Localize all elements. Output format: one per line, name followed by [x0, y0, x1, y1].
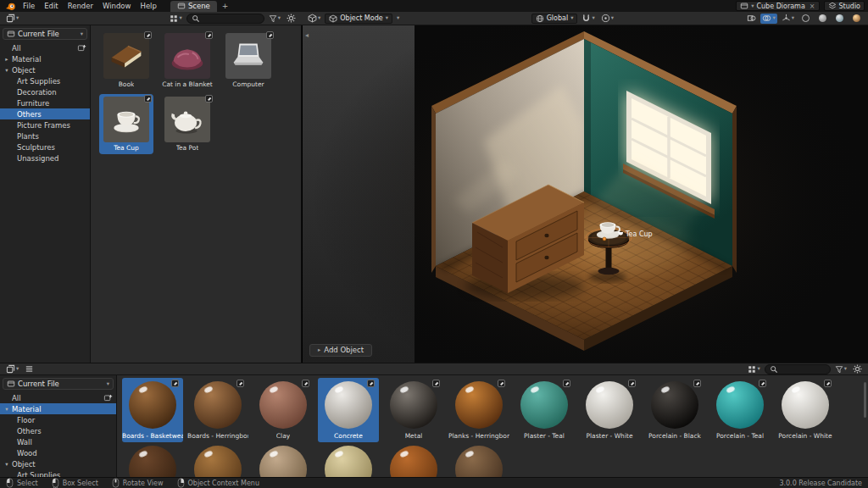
catalog-item-decoration[interactable]: Decoration [0, 86, 90, 97]
mouse-right-icon [177, 478, 185, 488]
catalog-item-material[interactable]: ▸ Material [0, 53, 90, 64]
material-asset[interactable] [318, 442, 379, 477]
settings-button[interactable] [285, 14, 298, 24]
add-object-label: Add Object [324, 346, 364, 354]
asset-tea-cup[interactable]: Tea Cup [99, 94, 153, 154]
catalog-item-art-supplies[interactable]: Art Supplies [0, 469, 116, 477]
catalog-item-unassigned[interactable]: Unassigned [0, 152, 90, 164]
catalog-item-all[interactable]: All [0, 392, 116, 403]
workspace-tab-label: Scene [188, 2, 210, 10]
add-object-panel[interactable]: ▸ Add Object [309, 344, 372, 357]
editor-type-button[interactable]: ▾ [4, 14, 20, 24]
catalog-item-wood[interactable]: Wood [0, 447, 116, 458]
chevron-down-icon: ▾ [792, 15, 794, 21]
collapse-left-icon[interactable]: ◂ [305, 31, 309, 39]
material-asset[interactable]: Boards - Basketweave [122, 378, 183, 442]
material-asset[interactable]: Metal [383, 378, 444, 442]
scene-selector[interactable]: ▾ Cube Diorama × [736, 1, 819, 11]
version-label: 3.0.0 Release Candidate [779, 480, 862, 487]
asset-library-select[interactable]: Current File ▾ [3, 28, 87, 40]
chevron-right-icon[interactable]: ▸ [3, 56, 10, 63]
blender-window: File Edit Render Window Help Scene + ▾ C… [0, 0, 868, 488]
catalog-item-object[interactable]: ▾ Object [0, 458, 116, 469]
catalog-item-furniture[interactable]: Furniture [0, 97, 90, 108]
material-asset[interactable] [448, 442, 509, 477]
workspace-tab-scene[interactable]: Scene [170, 1, 217, 12]
menu-help[interactable]: Help [136, 0, 160, 12]
material-asset[interactable] [122, 442, 183, 477]
catalog-item-all[interactable]: All [0, 42, 90, 53]
viewport-canvas[interactable]: Tea Cup [303, 25, 868, 363]
catalog-item-others[interactable]: Others [0, 108, 90, 119]
menu-button[interactable] [23, 364, 36, 374]
display-mode-button[interactable]: ▾ [746, 364, 761, 374]
chevron-down-icon[interactable]: ▾ [3, 406, 10, 413]
gizmos-toggle[interactable]: ▾ [780, 14, 796, 24]
file-icon [7, 380, 15, 388]
material-asset[interactable]: Porcelain - White [775, 378, 836, 442]
material-asset[interactable] [383, 442, 444, 477]
snap-toggle[interactable]: ▾ [580, 14, 596, 24]
add-catalog-icon[interactable] [103, 393, 113, 402]
catalog-item-picture-frames[interactable]: Picture Frames [0, 119, 90, 130]
catalog-item-sculptures[interactable]: Sculptures [0, 141, 90, 152]
filter-button[interactable]: ▾ [833, 364, 849, 374]
material-asset[interactable]: Concrete [318, 378, 379, 442]
catalog-item-material[interactable]: ▾ Material [0, 403, 116, 414]
blender-logo-icon[interactable] [3, 1, 18, 11]
catalog-item-others[interactable]: Others [0, 425, 116, 436]
material-asset[interactable]: Porcelain - Teal [709, 378, 771, 442]
chevron-down-icon[interactable]: ▾ [3, 461, 10, 468]
catalog-item-art-supplies[interactable]: Art Supplies [0, 75, 90, 86]
material-asset[interactable] [187, 442, 248, 477]
viewport-3d[interactable]: Tea Cup ◂ ▸ Add Object [302, 25, 868, 363]
search-input[interactable] [765, 364, 831, 374]
unlink-scene-icon[interactable]: × [808, 3, 815, 10]
scrollbar[interactable] [864, 382, 866, 418]
chevron-down-icon: ▾ [386, 15, 388, 21]
filter-button[interactable]: ▾ [267, 14, 282, 24]
view-layer-selector[interactable]: Studio [824, 1, 865, 11]
material-asset[interactable]: Plaster - Teal [514, 378, 575, 442]
proportional-editing-toggle[interactable]: ▾ [599, 14, 615, 24]
display-mode-button[interactable]: ▾ [168, 14, 183, 24]
orientation-label: Global [547, 14, 569, 22]
mode-dropdown[interactable]: Object Mode ▾ [325, 14, 392, 24]
asset-library-select[interactable]: Current File ▾ [3, 378, 114, 390]
asset-tea-pot[interactable]: Tea Pot [160, 94, 214, 154]
catalog-item-plants[interactable]: Plants [0, 130, 90, 141]
menu-file[interactable]: File [19, 0, 39, 12]
catalog-item-wall[interactable]: Wall [0, 436, 116, 447]
shading-rendered-button[interactable] [849, 14, 864, 23]
material-asset[interactable] [253, 442, 314, 477]
menu-window[interactable]: Window [98, 0, 136, 12]
chevron-down-icon[interactable]: ▾ [3, 67, 10, 74]
settings-button[interactable] [851, 364, 864, 374]
asset-book[interactable]: Book [99, 30, 153, 91]
menu-render[interactable]: Render [64, 0, 97, 12]
material-thumbnail [259, 446, 307, 477]
shading-wireframe-button[interactable] [798, 14, 813, 23]
shading-material-button[interactable] [832, 14, 847, 23]
overlays-toggle[interactable]: ▾ [760, 14, 776, 24]
editor-type-button[interactable]: ▾ [4, 364, 20, 374]
search-input[interactable] [186, 14, 264, 24]
material-asset[interactable]: Clay [253, 378, 314, 442]
material-asset[interactable]: Boards - Herringbone [187, 378, 248, 442]
collapsed-menus-button[interactable]: ▾ [395, 14, 401, 24]
catalog-item-floor[interactable]: Floor [0, 414, 116, 425]
asset-computer[interactable]: Computer [221, 30, 275, 91]
material-asset[interactable]: Plaster - White [579, 378, 640, 442]
xray-toggle[interactable] [745, 14, 758, 24]
catalog-item-object[interactable]: ▾ Object [0, 64, 90, 75]
add-catalog-icon[interactable] [77, 43, 86, 53]
material-asset[interactable]: Porcelain - Black [644, 378, 705, 442]
filter-icon [269, 14, 277, 23]
add-workspace-button[interactable]: + [218, 2, 233, 10]
menu-edit[interactable]: Edit [40, 0, 62, 12]
transform-orientation-dropdown[interactable]: Global ▾ [531, 14, 578, 24]
asset-cat-in-a-blanket[interactable]: Cat in a Blanket [160, 30, 214, 91]
editor-type-button[interactable]: ▾ [306, 14, 322, 24]
shading-solid-button[interactable] [815, 14, 830, 23]
material-asset[interactable]: Planks - Herringbone [448, 378, 509, 442]
